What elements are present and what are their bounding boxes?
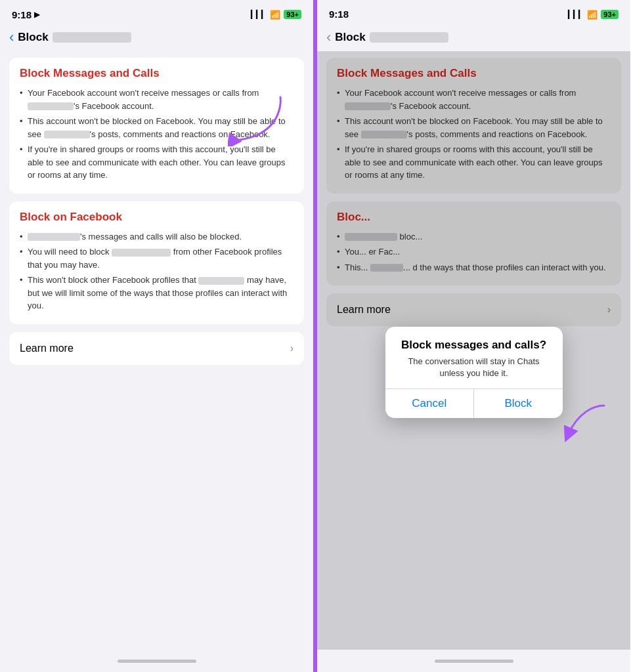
left-status-icons: ▎▎▎ 📶 93+	[251, 10, 301, 20]
left-nav-title: Block	[18, 31, 48, 44]
left-learn-more-chevron: ›	[290, 343, 294, 354]
left-wifi-icon: 📶	[270, 10, 280, 20]
right-back-button[interactable]: ‹	[326, 29, 331, 46]
left-fb-bullet-3: This won't block other Facebook profiles…	[20, 274, 294, 312]
left-nav-name-blur	[53, 32, 131, 43]
left-phone-panel: 9:18 ▶ ▎▎▎ 📶 93+ ‹ Block	[0, 0, 315, 672]
dialog-message: The conversation will stay in Chats unle…	[396, 356, 552, 379]
left-block-facebook-body: 's messages and calls will also be block…	[20, 230, 294, 312]
right-nav-name-blur	[370, 32, 448, 43]
dialog-title: Block messages and calls?	[396, 339, 552, 352]
left-fb-bullet-2: You will need to block from other Facebo…	[20, 245, 294, 271]
left-learn-more-label: Learn more	[20, 343, 74, 354]
right-status-time: 9:18	[329, 9, 349, 20]
left-signal-icon: ▎▎▎	[251, 10, 267, 19]
left-status-time: 9:18	[12, 9, 32, 20]
right-status-icons: ▎▎▎ 📶 93+	[568, 10, 619, 20]
right-wifi-icon: 📶	[587, 10, 598, 20]
right-home-bar	[435, 660, 513, 663]
left-block-messages-title: Block Messages and Calls	[20, 67, 294, 80]
right-content-wrapper: Block Messages and Calls Your Facebook a…	[317, 51, 630, 650]
dialog-block-button[interactable]: Block	[474, 389, 563, 418]
left-block-facebook-title: Block on Facebook	[20, 211, 294, 224]
right-status-bar: 9:18 ▎▎▎ 📶 93+	[317, 0, 630, 25]
left-block-messages-body: Your Facebook account won't receive mess…	[20, 87, 294, 182]
left-block-facebook-card: Block on Facebook 's messages and calls …	[9, 201, 304, 324]
left-bullet-2: This account won't be blocked on Faceboo…	[20, 115, 294, 140]
right-nav-title: Block	[335, 31, 365, 44]
left-status-bar: 9:18 ▶ ▎▎▎ 📶 93+	[0, 0, 313, 25]
dialog-cancel-button[interactable]: Cancel	[385, 389, 475, 418]
right-signal-icon: ▎▎▎	[568, 10, 584, 19]
dialog-body: Block messages and calls? The conversati…	[385, 327, 563, 388]
right-phone-panel: 9:18 ▎▎▎ 📶 93+ ‹ Block Block Messages an…	[315, 0, 630, 672]
right-nav-bar: ‹ Block	[317, 25, 630, 51]
left-battery-badge: 93+	[284, 10, 301, 19]
left-location-icon: ▶	[34, 10, 40, 19]
dialog-buttons: Cancel Block	[385, 388, 563, 418]
block-dialog: Block messages and calls? The conversati…	[385, 327, 563, 418]
right-home-indicator	[317, 650, 630, 672]
left-learn-more-card[interactable]: Learn more ›	[9, 332, 304, 365]
left-bullet-1: Your Facebook account won't receive mess…	[20, 87, 294, 112]
left-back-button[interactable]: ‹	[9, 29, 14, 46]
left-content: Block Messages and Calls Your Facebook a…	[0, 51, 313, 650]
left-home-bar	[118, 660, 196, 663]
left-nav-bar: ‹ Block	[0, 25, 313, 51]
right-battery-badge: 93+	[601, 10, 619, 19]
left-home-indicator	[0, 650, 313, 672]
left-fb-bullet-1: 's messages and calls will also be block…	[20, 230, 294, 243]
left-block-messages-card: Block Messages and Calls Your Facebook a…	[9, 58, 304, 194]
left-bullet-3: If you're in shared groups or rooms with…	[20, 143, 294, 182]
